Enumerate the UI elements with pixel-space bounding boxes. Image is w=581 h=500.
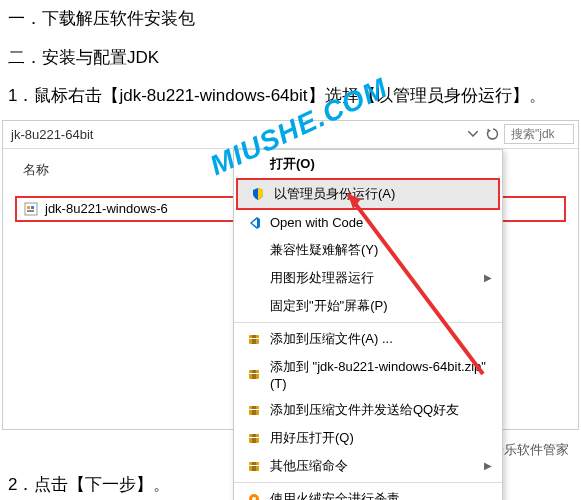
submenu-arrow-icon: ▶ — [484, 272, 492, 283]
svg-rect-10 — [252, 370, 256, 379]
svg-rect-20 — [249, 465, 259, 466]
archive-icon — [244, 366, 264, 382]
exe-file-icon — [23, 201, 39, 217]
doc-line-3: 1．鼠标右击【jdk-8u221-windows-64bit】选择【以管理员身份… — [0, 77, 581, 116]
blank-icon — [244, 242, 264, 258]
svg-rect-14 — [249, 409, 259, 410]
svg-rect-16 — [252, 434, 256, 443]
menu-pin-start[interactable]: 固定到"开始"屏幕(P) — [234, 292, 502, 320]
shield-icon — [248, 186, 268, 202]
antivirus-icon — [244, 491, 264, 500]
blank-icon — [244, 270, 264, 286]
svg-rect-13 — [252, 406, 256, 415]
archive-icon — [244, 402, 264, 418]
context-menu: 打开(O) 以管理员身份运行(A) Open with Code 兼容性疑难解答… — [233, 149, 503, 500]
blank-icon — [244, 298, 264, 314]
menu-divider — [234, 322, 502, 323]
doc-line-2: 二．安装与配置JDK — [0, 39, 581, 78]
file-name: jdk-8u221-windows-6 — [45, 201, 168, 216]
vscode-icon — [244, 215, 264, 231]
menu-add-qq[interactable]: 添加到压缩文件并发送给QQ好友 — [234, 396, 502, 424]
menu-antivirus[interactable]: 使用火绒安全进行杀毒 — [234, 485, 502, 500]
explorer-window: MIUSHE.COM jk-8u221-64bit 名称 jdk-8u221-w… — [2, 120, 579, 430]
svg-rect-1 — [27, 206, 30, 209]
menu-divider — [234, 482, 502, 483]
archive-icon — [244, 458, 264, 474]
doc-line-1: 一．下载解压软件安装包 — [0, 0, 581, 39]
menu-add-archive[interactable]: 添加到压缩文件(A) ... — [234, 325, 502, 353]
menu-open-haozip[interactable]: 用好压打开(Q) — [234, 424, 502, 452]
content-area: 名称 jdk-8u221-windows-6 打开(O) 以 — [3, 149, 578, 429]
svg-rect-2 — [31, 206, 34, 209]
menu-compatibility[interactable]: 兼容性疑难解答(Y) — [234, 236, 502, 264]
svg-rect-11 — [249, 373, 259, 374]
menu-gpu-run[interactable]: 用图形处理器运行 ▶ — [234, 264, 502, 292]
menu-other-compress[interactable]: 其他压缩命令 ▶ — [234, 452, 502, 480]
menu-add-zip[interactable]: 添加到 "jdk-8u221-windows-64bit.zip"(T) — [234, 353, 502, 396]
svg-rect-7 — [252, 335, 256, 344]
archive-icon — [244, 331, 264, 347]
submenu-arrow-icon: ▶ — [484, 460, 492, 471]
menu-open-with-code[interactable]: Open with Code — [234, 210, 502, 236]
svg-rect-8 — [249, 338, 259, 339]
menu-run-as-admin[interactable]: 以管理员身份运行(A) — [236, 178, 500, 210]
archive-icon — [244, 430, 264, 446]
svg-rect-17 — [249, 437, 259, 438]
path-dropdown-icon[interactable] — [464, 125, 482, 143]
refresh-icon[interactable] — [484, 125, 502, 143]
svg-rect-3 — [27, 210, 34, 212]
search-input[interactable] — [504, 124, 574, 144]
svg-rect-19 — [252, 462, 256, 471]
